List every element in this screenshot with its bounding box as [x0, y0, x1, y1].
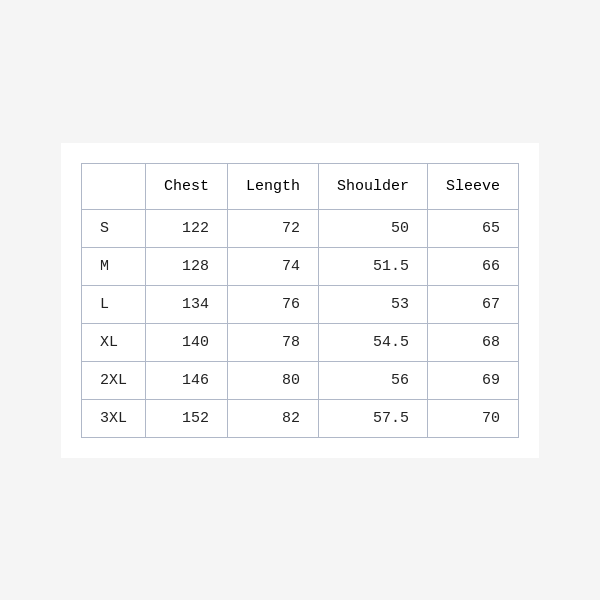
cell-value: 152	[145, 399, 227, 437]
cell-size: M	[81, 247, 145, 285]
cell-value: 50	[319, 209, 428, 247]
size-chart-table: Chest Length Shoulder Sleeve S122725065M…	[81, 163, 519, 438]
cell-value: 134	[145, 285, 227, 323]
cell-size: XL	[81, 323, 145, 361]
cell-value: 80	[227, 361, 318, 399]
table-header-row: Chest Length Shoulder Sleeve	[81, 163, 518, 209]
cell-value: 70	[428, 399, 519, 437]
header-size	[81, 163, 145, 209]
cell-value: 66	[428, 247, 519, 285]
cell-value: 56	[319, 361, 428, 399]
cell-value: 82	[227, 399, 318, 437]
table-row: M1287451.566	[81, 247, 518, 285]
cell-size: S	[81, 209, 145, 247]
cell-value: 69	[428, 361, 519, 399]
cell-size: L	[81, 285, 145, 323]
header-chest: Chest	[145, 163, 227, 209]
cell-value: 76	[227, 285, 318, 323]
cell-value: 146	[145, 361, 227, 399]
cell-size: 3XL	[81, 399, 145, 437]
table-row: S122725065	[81, 209, 518, 247]
cell-value: 122	[145, 209, 227, 247]
table-row: 3XL1528257.570	[81, 399, 518, 437]
header-shoulder: Shoulder	[319, 163, 428, 209]
cell-value: 65	[428, 209, 519, 247]
cell-value: 54.5	[319, 323, 428, 361]
cell-size: 2XL	[81, 361, 145, 399]
header-length: Length	[227, 163, 318, 209]
size-chart-container: Chest Length Shoulder Sleeve S122725065M…	[61, 143, 539, 458]
cell-value: 74	[227, 247, 318, 285]
cell-value: 72	[227, 209, 318, 247]
header-sleeve: Sleeve	[428, 163, 519, 209]
table-row: 2XL146805669	[81, 361, 518, 399]
cell-value: 78	[227, 323, 318, 361]
cell-value: 53	[319, 285, 428, 323]
cell-value: 57.5	[319, 399, 428, 437]
cell-value: 68	[428, 323, 519, 361]
cell-value: 128	[145, 247, 227, 285]
cell-value: 51.5	[319, 247, 428, 285]
cell-value: 67	[428, 285, 519, 323]
table-row: XL1407854.568	[81, 323, 518, 361]
cell-value: 140	[145, 323, 227, 361]
table-row: L134765367	[81, 285, 518, 323]
